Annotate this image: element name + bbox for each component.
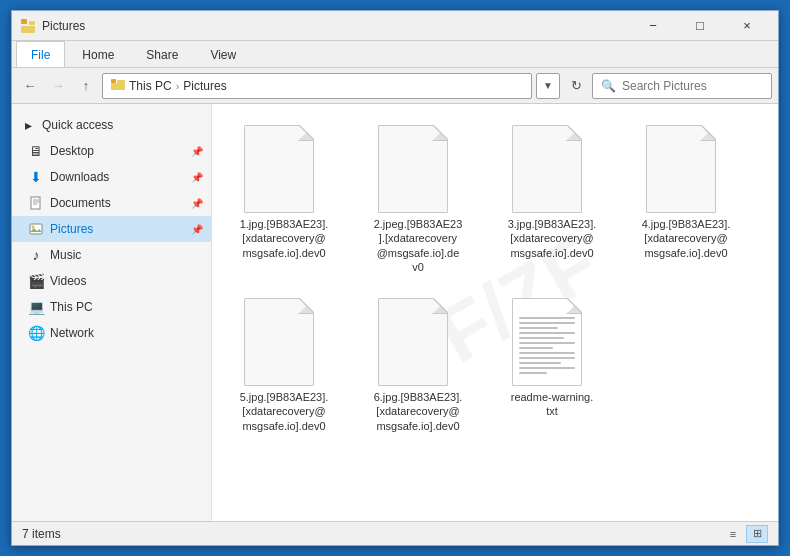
svg-rect-1 (21, 26, 35, 33)
forward-button[interactable]: → (46, 74, 70, 98)
svg-rect-2 (29, 21, 35, 25)
item-unit: items (32, 527, 61, 541)
main-content: ▸ Quick access 🖥 Desktop 📌 ⬇ Downloads 📌… (12, 104, 778, 521)
music-label: Music (50, 248, 81, 262)
network-label: Network (50, 326, 94, 340)
file-name-1: 1.jpg.[9B83AE23].[xdatarecovery@msgsafe.… (240, 217, 329, 260)
file-area: YF/ZF 1.jpg.[9B83AE23].[xdatarecovery@ms… (212, 104, 778, 521)
path-separator-1: › (176, 80, 180, 92)
tab-file[interactable]: File (16, 41, 65, 67)
downloads-label: Downloads (50, 170, 109, 184)
pin-icon-downloads: 📌 (191, 172, 203, 183)
window-title: Pictures (42, 19, 630, 33)
path-dropdown[interactable]: ▼ (536, 73, 560, 99)
sidebar-item-downloads[interactable]: ⬇ Downloads 📌 (12, 164, 211, 190)
file-icon-1 (244, 123, 324, 213)
file-name-7: readme-warning.txt (511, 390, 594, 419)
minimize-button[interactable]: − (630, 11, 676, 41)
details-view-button[interactable]: ≡ (722, 525, 744, 543)
pictures-icon (28, 221, 44, 237)
title-bar: Pictures − □ × (12, 11, 778, 41)
file-item-7[interactable]: readme-warning.txt (492, 289, 612, 440)
desktop-label: Desktop (50, 144, 94, 158)
maximize-button[interactable]: □ (677, 11, 723, 41)
file-icon-6 (378, 296, 458, 386)
file-item-1[interactable]: 1.jpg.[9B83AE23].[xdatarecovery@msgsafe.… (224, 116, 344, 281)
svg-rect-5 (117, 80, 125, 83)
refresh-button[interactable]: ↻ (564, 74, 588, 98)
network-icon: 🌐 (28, 325, 44, 341)
desktop-icon: 🖥 (28, 143, 44, 159)
file-name-6: 6.jpg.[9B83AE23].[xdatarecovery@msgsafe.… (374, 390, 463, 433)
ribbon-tabs: File Home Share View (12, 41, 778, 67)
large-icon-view-button[interactable]: ⊞ (746, 525, 768, 543)
pin-icon-documents: 📌 (191, 198, 203, 209)
pin-icon-desktop: 📌 (191, 146, 203, 157)
address-path[interactable]: This PC › Pictures (102, 73, 532, 99)
file-name-3: 3.jpg.[9B83AE23].[xdatarecovery@msgsafe.… (508, 217, 597, 260)
file-name-2: 2.jpeg.[9B83AE23].[xdatarecovery@msgsafe… (374, 217, 463, 274)
tab-share[interactable]: Share (131, 41, 193, 67)
pictures-label: Pictures (50, 222, 93, 236)
search-input[interactable] (622, 79, 763, 93)
file-icon-5 (244, 296, 324, 386)
sidebar-item-desktop[interactable]: 🖥 Desktop 📌 (12, 138, 211, 164)
window-icon (20, 18, 36, 34)
chevron-down-icon: ▸ (20, 117, 36, 133)
file-icon-4 (646, 123, 726, 213)
this-pc-label: This PC (50, 300, 93, 314)
sidebar-item-network[interactable]: 🌐 Network (12, 320, 211, 346)
documents-label: Documents (50, 196, 111, 210)
view-buttons: ≡ ⊞ (722, 525, 768, 543)
sidebar-item-this-pc[interactable]: 💻 This PC (12, 294, 211, 320)
documents-icon (28, 195, 44, 211)
downloads-icon: ⬇ (28, 169, 44, 185)
path-icon (111, 77, 125, 94)
videos-icon: 🎬 (28, 273, 44, 289)
back-button[interactable]: ← (18, 74, 42, 98)
address-bar: ← → ↑ This PC › Pictures ▼ ↻ 🔍 (12, 68, 778, 104)
path-this-pc[interactable]: This PC (129, 79, 172, 93)
item-count: 7 (22, 527, 29, 541)
file-item-4[interactable]: 4.jpg.[9B83AE23].[xdatarecovery@msgsafe.… (626, 116, 746, 281)
svg-rect-0 (21, 19, 27, 24)
pin-icon-pictures: 📌 (191, 224, 203, 235)
status-bar: 7 items ≡ ⊞ (12, 521, 778, 545)
file-item-3[interactable]: 3.jpg.[9B83AE23].[xdatarecovery@msgsafe.… (492, 116, 612, 281)
sidebar-item-pictures[interactable]: Pictures 📌 (12, 216, 211, 242)
close-button[interactable]: × (724, 11, 770, 41)
this-pc-icon: 💻 (28, 299, 44, 315)
svg-rect-10 (30, 224, 42, 234)
sidebar-item-quick-access[interactable]: ▸ Quick access (12, 112, 211, 138)
sidebar-item-documents[interactable]: Documents 📌 (12, 190, 211, 216)
tab-home[interactable]: Home (67, 41, 129, 67)
ribbon: File Home Share View (12, 41, 778, 68)
tab-view[interactable]: View (195, 41, 251, 67)
status-text: 7 items (22, 527, 722, 541)
explorer-window: Pictures − □ × File Home Share View ← → … (11, 10, 779, 546)
up-button[interactable]: ↑ (74, 74, 98, 98)
file-item-6[interactable]: 6.jpg.[9B83AE23].[xdatarecovery@msgsafe.… (358, 289, 478, 440)
search-box[interactable]: 🔍 (592, 73, 772, 99)
svg-rect-6 (31, 197, 40, 209)
file-icon-7 (512, 296, 592, 386)
path-pictures[interactable]: Pictures (183, 79, 226, 93)
file-name-5: 5.jpg.[9B83AE23].[xdatarecovery@msgsafe.… (240, 390, 329, 433)
svg-rect-3 (111, 79, 116, 83)
file-item-2[interactable]: 2.jpeg.[9B83AE23].[xdatarecovery@msgsafe… (358, 116, 478, 281)
music-icon: ♪ (28, 247, 44, 263)
svg-rect-4 (111, 83, 125, 90)
sidebar-item-music[interactable]: ♪ Music (12, 242, 211, 268)
file-name-4: 4.jpg.[9B83AE23].[xdatarecovery@msgsafe.… (642, 217, 731, 260)
sidebar: ▸ Quick access 🖥 Desktop 📌 ⬇ Downloads 📌… (12, 104, 212, 521)
search-icon: 🔍 (601, 79, 616, 93)
file-icon-3 (512, 123, 592, 213)
window-controls: − □ × (630, 11, 770, 41)
videos-label: Videos (50, 274, 86, 288)
file-item-5[interactable]: 5.jpg.[9B83AE23].[xdatarecovery@msgsafe.… (224, 289, 344, 440)
file-grid: 1.jpg.[9B83AE23].[xdatarecovery@msgsafe.… (224, 116, 766, 440)
quick-access-label: Quick access (42, 118, 113, 132)
sidebar-item-videos[interactable]: 🎬 Videos (12, 268, 211, 294)
file-icon-2 (378, 123, 458, 213)
